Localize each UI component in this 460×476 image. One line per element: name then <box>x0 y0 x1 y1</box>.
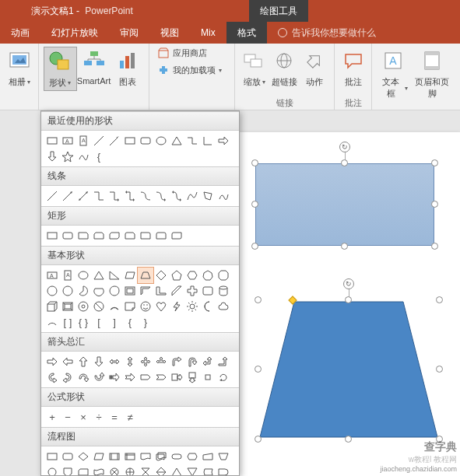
shape-arrow-3way[interactable] <box>153 354 169 369</box>
shape-card[interactable] <box>75 464 91 476</box>
shape-left-bracket[interactable]: [ <box>91 314 107 330</box>
shape-arrow-right[interactable] <box>44 354 60 369</box>
shape-notched-right[interactable] <box>122 369 138 385</box>
resize-handle[interactable] <box>341 243 348 250</box>
shape-elbow-connector[interactable] <box>91 188 107 204</box>
shape-double-bracket[interactable]: [ ] <box>60 314 75 330</box>
shape-teardrop[interactable] <box>107 283 122 299</box>
store-button[interactable]: 应用商店 <box>157 47 222 59</box>
shape-minus[interactable]: − <box>60 409 75 425</box>
shape-oval[interactable] <box>153 133 169 149</box>
shape-arrow-left[interactable] <box>60 354 75 369</box>
shape-round2same[interactable] <box>153 228 169 243</box>
shape-pie[interactable] <box>75 283 91 299</box>
shape-left-up[interactable] <box>200 354 216 369</box>
shape-oval[interactable] <box>75 268 91 283</box>
shape-pentagon[interactable] <box>169 268 184 283</box>
shape-textbox-h[interactable]: A <box>60 133 75 149</box>
shape-lightning[interactable] <box>169 299 184 314</box>
shape-trapezoid[interactable] <box>138 268 153 283</box>
tell-me-search[interactable]: 告诉我你想要做什么 <box>278 22 376 44</box>
shape-elbow[interactable] <box>184 133 200 149</box>
shape-heart[interactable] <box>153 299 169 314</box>
zoom-button[interactable]: 缩放▾ <box>240 47 269 89</box>
shape-delay[interactable] <box>216 464 231 476</box>
shape-right-callout[interactable] <box>169 369 184 385</box>
shapes-button[interactable]: 形状▾ <box>44 47 77 91</box>
shape-or[interactable] <box>122 464 138 476</box>
shape-merge[interactable] <box>184 464 200 476</box>
resize-handle[interactable] <box>255 436 262 443</box>
shape-plus[interactable]: + <box>44 409 60 425</box>
shape-striped-right[interactable] <box>107 369 122 385</box>
shape-rect2[interactable] <box>122 133 138 149</box>
shape-connector[interactable] <box>44 464 60 476</box>
comment-button[interactable]: 批注 <box>339 47 367 89</box>
shape-triangle[interactable] <box>169 133 184 149</box>
shape-collate[interactable] <box>138 464 153 476</box>
shape-round2diag[interactable] <box>169 228 184 243</box>
shape-equals[interactable]: = <box>107 409 122 425</box>
shape-arrow-down[interactable] <box>44 149 60 164</box>
resize-handle[interactable] <box>436 296 443 303</box>
shape-textbox-v[interactable]: A <box>60 268 75 283</box>
shape-rect[interactable] <box>44 228 60 243</box>
shape-plus[interactable] <box>184 283 200 299</box>
shape-star[interactable] <box>60 149 75 164</box>
shape-arrow-leftright[interactable] <box>107 354 122 369</box>
shape-snip2diag[interactable] <box>107 228 122 243</box>
resize-handle[interactable] <box>436 366 443 373</box>
action-button[interactable]: 动作 <box>300 47 329 89</box>
resize-handle[interactable] <box>251 201 258 208</box>
shape-punched-tape[interactable] <box>91 464 107 476</box>
shape-curved-right[interactable] <box>44 369 60 385</box>
shape-curved-left[interactable] <box>60 369 75 385</box>
resize-handle[interactable] <box>431 201 438 208</box>
shape-arrow-down[interactable] <box>91 354 107 369</box>
shape-bent-up[interactable] <box>216 354 231 369</box>
resize-handle[interactable] <box>255 296 262 303</box>
shape-preparation[interactable] <box>184 449 200 464</box>
shape-alt-process[interactable] <box>60 449 75 464</box>
shape-stored-data[interactable] <box>200 464 216 476</box>
resize-handle[interactable] <box>345 436 352 443</box>
shape-textbox-v[interactable]: A <box>75 133 91 149</box>
shape-round1[interactable] <box>138 228 153 243</box>
slide[interactable]: ↻ ↻ <box>240 132 460 476</box>
shape-down-callout[interactable] <box>184 369 200 385</box>
shape-not-equals[interactable]: ≠ <box>122 409 138 425</box>
shape-right-bracket[interactable]: ] <box>107 314 122 330</box>
selected-trapezoid-shape[interactable]: ↻ <box>258 300 439 439</box>
shape-double-brace[interactable]: { } <box>75 314 91 330</box>
rotation-handle[interactable]: ↻ <box>343 278 354 289</box>
shape-curve-connector[interactable] <box>138 188 153 204</box>
shape-multi-document[interactable] <box>153 449 169 464</box>
shape-moon[interactable] <box>200 299 216 314</box>
shape-line-double-arrow[interactable] <box>75 188 91 204</box>
resize-handle[interactable] <box>251 243 258 250</box>
shape-scribble[interactable] <box>216 188 231 204</box>
shape-donut[interactable] <box>75 299 91 314</box>
photo-album-button[interactable]: 相册▾ <box>5 47 33 89</box>
shape-diamond[interactable] <box>153 268 169 283</box>
resize-handle[interactable] <box>431 159 438 166</box>
shape-sniproundrect[interactable] <box>122 228 138 243</box>
shape-multiply[interactable]: × <box>75 409 91 425</box>
shape-quad-callout[interactable] <box>200 369 216 385</box>
shape-manual-input[interactable] <box>200 449 216 464</box>
shape-parallelogram[interactable] <box>122 268 138 283</box>
shape-snip1[interactable] <box>75 228 91 243</box>
shape-rectangle[interactable] <box>44 133 60 149</box>
shape-summing[interactable] <box>107 464 122 476</box>
resize-handle[interactable] <box>345 296 352 303</box>
hyperlink-button[interactable]: 超链接 <box>269 47 299 89</box>
shape-bevel[interactable] <box>60 299 75 314</box>
tab-slideshow[interactable]: 幻灯片放映 <box>40 22 109 44</box>
rotation-handle[interactable]: ↻ <box>339 142 350 152</box>
shape-process[interactable] <box>44 449 60 464</box>
shape-circular-arrow[interactable] <box>216 369 231 385</box>
chart-button[interactable]: 图表 <box>111 47 144 89</box>
shape-round-rect[interactable] <box>60 228 75 243</box>
my-addins-button[interactable]: 我的加载项 ▾ <box>157 64 222 76</box>
shape-plaque[interactable] <box>200 283 216 299</box>
